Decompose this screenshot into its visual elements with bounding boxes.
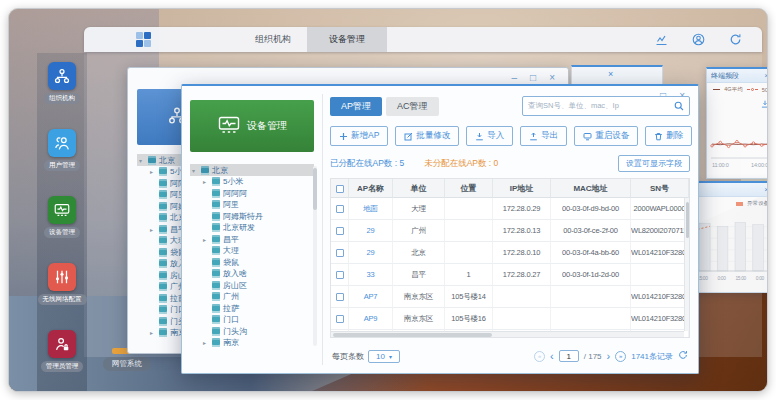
restart-icon bbox=[583, 132, 592, 141]
tree-scrollbar[interactable] bbox=[313, 166, 317, 346]
sidebar-item-wireless[interactable]: 无线网络配置 bbox=[38, 263, 87, 305]
import-button[interactable]: 导入 bbox=[466, 126, 513, 146]
account-icon[interactable] bbox=[692, 33, 705, 46]
collapse-arrow-icon[interactable]: ▾ bbox=[192, 167, 198, 174]
close-icon[interactable]: × bbox=[608, 69, 613, 79]
tree-item[interactable]: ▸ 南京 bbox=[190, 337, 314, 349]
tab-ap-management[interactable]: AP管理 bbox=[330, 97, 382, 116]
add-ap-button[interactable]: 新增AP bbox=[330, 126, 388, 146]
folder-icon bbox=[159, 317, 167, 326]
sidebar-rail: 组织机构 用户管理 设备管理 无线网络配置 管理员管理 bbox=[37, 53, 87, 392]
row-checkbox[interactable] bbox=[336, 315, 344, 323]
table-row[interactable]: 地面 大理 172.28.0.29 00-03-0f-d9-bd-00 2000… bbox=[331, 198, 689, 220]
tree-item[interactable]: ▸ 门头沟 bbox=[190, 326, 314, 338]
row-checkbox[interactable] bbox=[336, 249, 344, 257]
last-page-button[interactable]: » bbox=[615, 351, 626, 362]
expand-arrow-icon[interactable]: ▸ bbox=[203, 339, 209, 346]
expand-arrow-icon[interactable]: ▸ bbox=[150, 329, 156, 336]
next-page-button[interactable]: › bbox=[607, 351, 611, 362]
taskbar-app-label[interactable]: 网管系统 bbox=[103, 357, 151, 371]
sidebar-item-admin[interactable]: 管理员管理 bbox=[41, 330, 84, 372]
tab-ac-management[interactable]: AC管理 bbox=[386, 97, 439, 116]
tree-item[interactable]: ▸ 房山区 bbox=[190, 280, 314, 292]
sidebar-item-org[interactable]: 组织机构 bbox=[44, 62, 80, 104]
topbar-tab-device[interactable]: 设备管理 bbox=[307, 27, 387, 52]
table-header: AP名称 单位 位置 IP地址 MAC地址 SN号 bbox=[331, 179, 689, 198]
ap-name-link[interactable]: 29 bbox=[349, 220, 393, 242]
assigned-ap-count: 已分配在线AP数 : 5 bbox=[330, 158, 404, 170]
tree-item[interactable]: ▸ 北京研发 bbox=[190, 222, 314, 234]
folder-icon bbox=[159, 248, 167, 257]
download-icon[interactable] bbox=[711, 94, 768, 112]
row-checkbox[interactable] bbox=[336, 293, 344, 301]
expand-arrow-icon[interactable]: ▸ bbox=[203, 178, 209, 185]
tree-item[interactable]: ▸ 大理 bbox=[190, 245, 314, 257]
tree-item[interactable]: ▸ 阿阿阿 bbox=[190, 188, 314, 200]
sidebar-item-users[interactable]: 用户管理 bbox=[44, 129, 80, 171]
delete-button[interactable]: 删除 bbox=[645, 126, 692, 146]
tree-item[interactable]: ▸ 5小米 bbox=[190, 176, 314, 188]
record-count: 1741条记录 bbox=[631, 351, 673, 362]
folder-icon bbox=[212, 212, 220, 221]
folder-icon bbox=[212, 258, 220, 267]
app-logo-icon[interactable] bbox=[136, 32, 151, 47]
ap-name-link[interactable]: 33 bbox=[349, 264, 393, 286]
ap-name-link[interactable]: AP9 bbox=[349, 308, 393, 330]
row-checkbox[interactable] bbox=[336, 337, 344, 338]
batch-edit-button[interactable]: 批量修改 bbox=[395, 126, 459, 146]
ap-name-link[interactable]: 29 bbox=[349, 242, 393, 264]
page-size-select[interactable]: 10 ▾ bbox=[368, 350, 400, 363]
expand-arrow-icon[interactable]: ▸ bbox=[203, 236, 209, 243]
trash-icon bbox=[654, 132, 663, 141]
row-checkbox[interactable] bbox=[336, 205, 344, 213]
search-input[interactable]: 查询SN号、单位、mac、Ip bbox=[522, 96, 690, 116]
set-fields-button[interactable]: 设置可显示字段 bbox=[618, 155, 690, 172]
expand-arrow-icon[interactable]: ▸ bbox=[150, 168, 156, 175]
collapse-arrow-icon[interactable]: ▾ bbox=[139, 157, 145, 164]
tree-root-node[interactable]: ▾ 北京 bbox=[190, 164, 314, 176]
page-number-input[interactable]: 1 bbox=[559, 350, 579, 362]
tree-item[interactable]: ▸ 广州 bbox=[190, 291, 314, 303]
page-size-label: 每页条数 bbox=[332, 351, 364, 362]
refresh-icon[interactable] bbox=[678, 350, 688, 362]
tree-item[interactable]: ▸ 阿里 bbox=[190, 199, 314, 211]
prev-page-button[interactable]: ‹ bbox=[550, 351, 554, 362]
search-icon[interactable] bbox=[674, 101, 684, 111]
tree-item[interactable]: ▸ 拉萨 bbox=[190, 303, 314, 315]
tree-item[interactable]: ▸ 袋鼠 bbox=[190, 257, 314, 269]
close-icon[interactable]: × bbox=[764, 185, 768, 194]
table-row[interactable]: 29 广州 172.28.0.13 00-03-0f-ce-2f-00 WL82… bbox=[331, 220, 689, 242]
folder-icon bbox=[159, 225, 167, 234]
table-row[interactable]: 29 北京 172.28.0.10 00-03-0f-4a-bb-60 WL01… bbox=[331, 242, 689, 264]
tree-item[interactable]: ▸ 阿姆斯特丹 bbox=[190, 211, 314, 223]
maximize-icon[interactable]: □ bbox=[530, 73, 536, 83]
expand-arrow-icon[interactable]: ▸ bbox=[150, 226, 156, 233]
close-icon[interactable]: × bbox=[549, 73, 555, 83]
folder-icon bbox=[212, 189, 220, 198]
refresh-icon[interactable] bbox=[729, 33, 742, 46]
table-row[interactable]: AP9 南京东区 105号楼16 WL014210F328000 bbox=[331, 308, 689, 330]
table-horizontal-scrollbar[interactable] bbox=[331, 331, 684, 337]
first-page-button[interactable]: « bbox=[534, 351, 545, 362]
restart-device-button[interactable]: 重启设备 bbox=[574, 126, 638, 146]
minimize-icon[interactable]: – bbox=[512, 73, 518, 83]
export-button[interactable]: 导出 bbox=[520, 126, 567, 146]
topbar-tab-org[interactable]: 组织机构 bbox=[239, 27, 307, 52]
tree-item[interactable]: ▸ 门口 bbox=[190, 314, 314, 326]
table-row[interactable]: AP7 南京东区 105号楼14 WL014210F328000 bbox=[331, 286, 689, 308]
row-checkbox[interactable] bbox=[336, 271, 344, 279]
ap-name-link[interactable]: 地面 bbox=[349, 198, 393, 220]
select-all-checkbox[interactable] bbox=[336, 185, 344, 193]
row-checkbox[interactable] bbox=[336, 227, 344, 235]
folder-icon bbox=[159, 213, 167, 222]
device-monitor-icon bbox=[217, 115, 241, 137]
ap-name-link[interactable]: AP7 bbox=[349, 286, 393, 308]
tree-item[interactable]: ▸ 昌平 bbox=[190, 234, 314, 246]
hidden-panel-edge: × bbox=[571, 65, 663, 85]
table-vertical-scrollbar[interactable] bbox=[684, 198, 689, 331]
table-row[interactable]: 33 昌平 1 172.28.0.27 00-03-0f-1d-2d-00 bbox=[331, 264, 689, 286]
tree-item[interactable]: ▸ 放入啥 bbox=[190, 268, 314, 280]
chart-icon[interactable] bbox=[655, 33, 668, 46]
close-icon[interactable]: × bbox=[764, 71, 768, 80]
sidebar-item-device[interactable]: 设备管理 bbox=[44, 196, 80, 238]
